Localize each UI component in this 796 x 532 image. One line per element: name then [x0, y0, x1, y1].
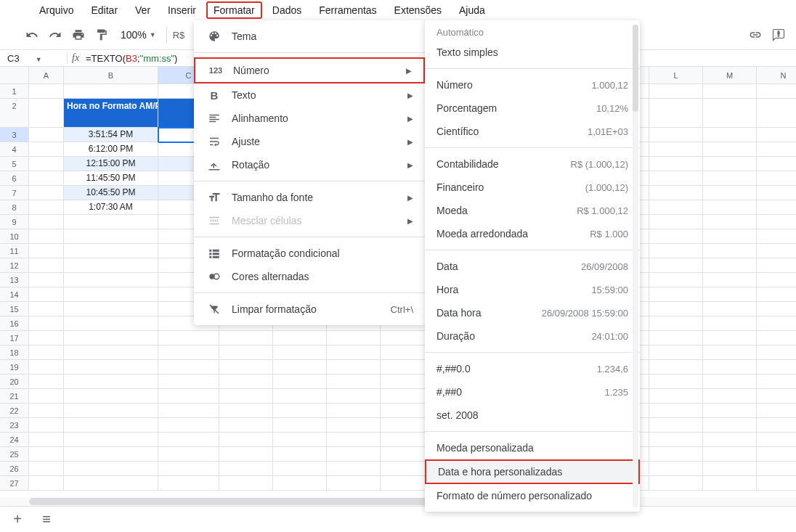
cell-N24[interactable] [757, 433, 796, 447]
number-format-data[interactable]: Data26/09/2008 [425, 255, 640, 278]
cell-L4[interactable] [649, 142, 703, 157]
cell-N4[interactable] [757, 142, 796, 157]
cell-N5[interactable] [757, 157, 796, 171]
cell-M22[interactable] [703, 404, 757, 418]
cell-A10[interactable] [29, 229, 64, 244]
number-format-hora[interactable]: Hora15:59:00 [425, 278, 640, 301]
cell-C19[interactable] [158, 360, 219, 375]
cell-C27[interactable] [158, 476, 219, 491]
cell-A17[interactable] [29, 331, 64, 345]
cell-D25[interactable] [219, 447, 273, 462]
row-header-6[interactable]: 6 [0, 171, 28, 186]
cell-A13[interactable] [29, 273, 64, 287]
cell-F24[interactable] [327, 433, 381, 447]
cell-B20[interactable] [64, 375, 158, 389]
cell-D21[interactable] [219, 389, 273, 404]
paint-format-button[interactable] [93, 26, 110, 44]
cell-A12[interactable] [29, 258, 64, 273]
cell-L8[interactable] [649, 200, 703, 215]
row-headers[interactable]: 1234567891011121314151617181920212223242… [0, 84, 29, 491]
cell-M4[interactable] [703, 142, 757, 157]
cell-A14[interactable] [29, 287, 64, 302]
cell-L24[interactable] [649, 433, 703, 447]
cell-N12[interactable] [757, 258, 796, 273]
cell-M6[interactable] [703, 171, 757, 186]
row-header-21[interactable]: 21 [0, 389, 28, 404]
cell-F21[interactable] [327, 389, 381, 404]
menu-extensoes[interactable]: Extensões [387, 1, 449, 19]
cell-E22[interactable] [273, 404, 327, 418]
cell-L16[interactable] [649, 316, 703, 331]
cell-A2[interactable] [29, 99, 64, 128]
format-item-rotação[interactable]: Rotação▶ [194, 153, 425, 176]
cell-M18[interactable] [703, 345, 757, 360]
cell-M10[interactable] [703, 229, 757, 244]
cell-B1[interactable] [64, 84, 158, 99]
cell-N3[interactable] [757, 128, 796, 142]
row-header-11[interactable]: 11 [0, 244, 28, 258]
cell-F27[interactable] [327, 476, 381, 491]
cell-N7[interactable] [757, 186, 796, 200]
cell-A25[interactable] [29, 447, 64, 462]
cell-M8[interactable] [703, 200, 757, 215]
cell-N11[interactable] [757, 244, 796, 258]
cell-B13[interactable] [64, 273, 158, 287]
row-header-1[interactable]: 1 [0, 84, 28, 99]
submenu-scroll-thumb[interactable] [633, 25, 638, 112]
cell-E20[interactable] [273, 375, 327, 389]
row-header-3[interactable]: 3 [0, 128, 28, 142]
cell-M1[interactable] [703, 84, 757, 99]
row-header-22[interactable]: 22 [0, 404, 28, 418]
cell-D20[interactable] [219, 375, 273, 389]
number-format--0[interactable]: #,##01.235 [425, 380, 640, 404]
cell-A16[interactable] [29, 316, 64, 331]
format-item-formatação-condicional[interactable]: Formatação condicional [194, 242, 425, 265]
number-format-financeiro[interactable]: Financeiro(1.000,12) [425, 176, 640, 199]
cell-M17[interactable] [703, 331, 757, 345]
cell-B18[interactable] [64, 345, 158, 360]
col-header-L[interactable]: L [649, 67, 703, 83]
row-header-27[interactable]: 27 [0, 476, 28, 491]
menu-ver[interactable]: Ver [128, 1, 158, 19]
cell-M14[interactable] [703, 287, 757, 302]
number-format-dura-o[interactable]: Duração24:01:00 [425, 324, 640, 348]
cell-N16[interactable] [757, 316, 796, 331]
cell-D22[interactable] [219, 404, 273, 418]
cell-B8[interactable]: 1:07:30 AM [64, 200, 158, 215]
currency-format-button[interactable]: R$ [173, 26, 185, 44]
cell-A1[interactable] [29, 84, 64, 99]
cell-N14[interactable] [757, 287, 796, 302]
number-format-formato-de-n-mero-personalizado[interactable]: Formato de número personalizado [425, 484, 640, 507]
cell-A11[interactable] [29, 244, 64, 258]
horizontal-scrollbar[interactable] [0, 497, 796, 506]
cell-M7[interactable] [703, 186, 757, 200]
cell-M12[interactable] [703, 258, 757, 273]
submenu-item-automatico[interactable]: Automático [425, 25, 640, 41]
number-format-moeda-arredondada[interactable]: Moeda arredondadaR$ 1.000 [425, 222, 640, 245]
cell-B3[interactable]: 3:51:54 PM [64, 128, 158, 142]
format-item-tamanho-da-fonte[interactable]: Tamanho da fonte▶ [194, 186, 425, 209]
horizontal-scroll-thumb[interactable] [29, 498, 450, 505]
redo-button[interactable] [46, 26, 64, 44]
row-header-9[interactable]: 9 [0, 215, 28, 229]
cell-N17[interactable] [757, 331, 796, 345]
cell-B7[interactable]: 10:45:50 PM [64, 186, 158, 200]
cell-A27[interactable] [29, 476, 64, 491]
cell-L12[interactable] [649, 258, 703, 273]
cell-M27[interactable] [703, 476, 757, 491]
cell-N23[interactable] [757, 418, 796, 433]
number-format-data-e-hora-personalizadas[interactable]: Data e hora personalizadas [425, 459, 640, 484]
format-item-alinhamento[interactable]: Alinhamento▶ [194, 107, 425, 130]
cell-L19[interactable] [649, 360, 703, 375]
cell-M26[interactable] [703, 462, 757, 476]
cell-A21[interactable] [29, 389, 64, 404]
cell-B11[interactable] [64, 244, 158, 258]
cell-F19[interactable] [327, 360, 381, 375]
cell-M9[interactable] [703, 215, 757, 229]
row-header-20[interactable]: 20 [0, 375, 28, 389]
cell-L25[interactable] [649, 447, 703, 462]
row-header-23[interactable]: 23 [0, 418, 28, 433]
cell-L3[interactable] [649, 128, 703, 142]
row-header-8[interactable]: 8 [0, 200, 28, 215]
number-format-porcentagem[interactable]: Porcentagem10,12% [425, 97, 640, 120]
